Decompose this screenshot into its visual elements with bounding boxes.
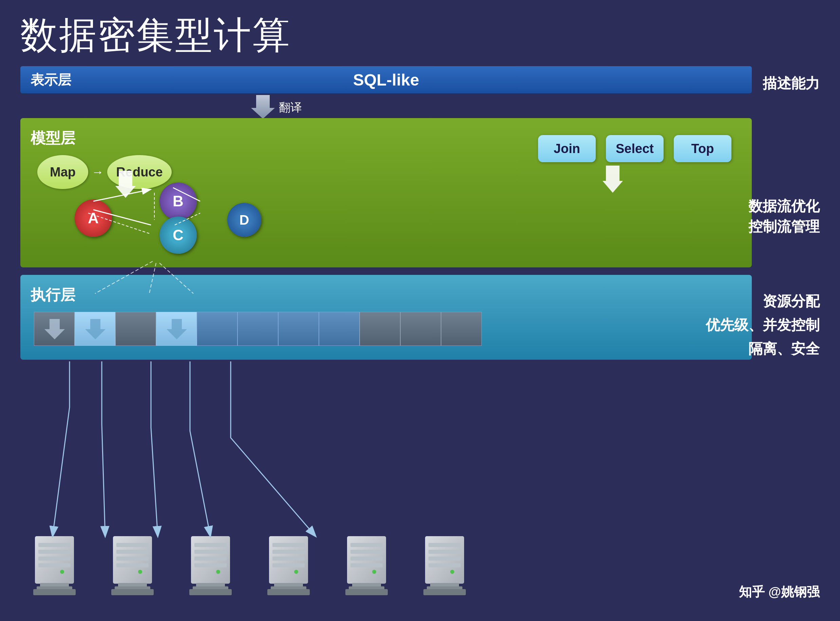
task-block-11 [441,312,482,346]
svg-point-18 [60,570,64,574]
right-label-priority: 优先级、并发控制 [706,316,820,335]
server-6 [417,533,472,601]
task-block-4 [156,312,197,346]
svg-marker-10 [44,319,65,339]
svg-rect-48 [267,589,310,595]
svg-rect-15 [38,550,71,554]
svg-rect-41 [272,543,305,547]
execution-layer: 执行层 [20,275,752,360]
node-b: B [159,183,197,220]
task-blocks-row [34,312,742,346]
join-box: Join [538,135,596,162]
server-2 [105,533,159,601]
svg-rect-16 [38,556,71,560]
server-1 [27,533,82,601]
server-icon-1 [28,533,81,599]
svg-rect-50 [350,543,383,547]
svg-point-63 [450,570,454,574]
svg-marker-0 [251,95,275,119]
task-block-5 [197,312,238,346]
svg-rect-21 [33,589,76,595]
presentation-layer-container: 表示层 SQL-like 翻译 [20,66,752,120]
task-block-1 [34,312,75,346]
svg-rect-35 [194,563,227,567]
task-block-6 [238,312,278,346]
server-3 [183,533,238,601]
svg-rect-43 [272,556,305,560]
svg-marker-11 [85,319,106,339]
task-block-9 [360,312,400,346]
task-arrow-1-icon [34,312,75,346]
svg-point-45 [294,570,298,574]
main-title: 数据密集型计算 [20,10,291,61]
task-block-3 [115,312,156,346]
svg-rect-66 [424,589,466,595]
svg-rect-57 [345,589,388,595]
server-icon-6 [418,533,471,599]
down-arrow-icon [251,95,275,119]
svg-marker-12 [166,319,187,339]
white-down-arrow-right-icon [602,166,623,193]
map-node: Map [37,155,88,189]
svg-rect-26 [117,563,148,567]
svg-rect-34 [194,556,227,560]
right-label-isolation: 隔离、安全 [748,339,820,358]
right-label-data-flow: 数据流优化 [748,197,820,216]
operator-boxes: Join Select Top [538,135,731,162]
execution-layer-title: 执行层 [30,285,742,305]
svg-rect-52 [350,556,383,560]
svg-rect-60 [428,550,461,554]
map-reduce-arrow: → [92,165,104,179]
svg-rect-62 [428,563,461,567]
svg-point-54 [372,570,376,574]
top-box: Top [674,135,731,162]
server-icon-2 [106,533,159,599]
attribution: 知乎 @姚钢强 [739,583,820,601]
task-block-7 [278,312,319,346]
server-icon-3 [184,533,237,599]
svg-rect-33 [194,550,227,554]
svg-point-36 [216,570,220,574]
task-block-2 [75,312,115,346]
svg-point-27 [138,570,142,574]
white-down-arrow-left-icon [115,171,136,198]
svg-marker-2 [602,166,623,193]
svg-rect-25 [117,556,148,560]
arrow-down-right [602,166,623,194]
svg-rect-39 [189,589,232,595]
server-icon-4 [262,533,315,599]
server-4 [261,533,315,601]
sql-like-label: SQL-like [353,71,419,89]
presentation-layer-label: 表示层 [30,71,71,89]
svg-rect-61 [428,556,461,560]
svg-rect-30 [111,589,154,595]
svg-marker-1 [115,171,136,198]
right-label-resource: 资源分配 [763,292,820,311]
translate-section: 翻译 [251,94,752,120]
svg-rect-44 [272,563,305,567]
svg-rect-23 [117,543,148,547]
svg-rect-32 [194,543,227,547]
servers-row [27,533,472,601]
right-label-control-flow: 控制流管理 [748,217,820,236]
task-block-10 [400,312,441,346]
node-a: A [75,200,112,237]
svg-rect-24 [117,550,148,554]
server-5 [339,533,394,601]
svg-rect-17 [38,563,71,567]
svg-rect-59 [428,543,461,547]
arrow-down-left [115,171,136,199]
presentation-layer-bar: 表示层 SQL-like [20,66,752,93]
model-layer: 模型层 Map → Reduce Join Select Top A B [20,118,752,267]
task-arrow-2-icon [75,312,116,346]
task-arrow-4-icon [156,312,197,346]
svg-rect-42 [272,550,305,554]
task-block-8 [319,312,360,346]
server-icon-5 [340,533,393,599]
svg-rect-51 [350,550,383,554]
select-box: Select [606,135,664,162]
node-c: C [159,217,197,254]
translate-label: 翻译 [279,100,302,115]
right-label-description: 描述能力 [763,74,820,93]
svg-rect-53 [350,563,383,567]
